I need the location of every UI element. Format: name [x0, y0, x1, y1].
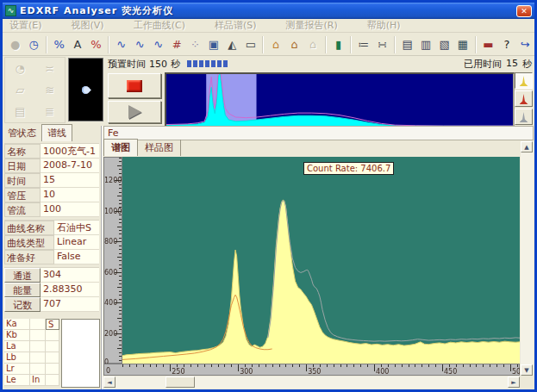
horizontal-scrollbar[interactable]: ◄ ►	[103, 376, 520, 389]
table-row[interactable]: LeIn	[4, 375, 59, 386]
acquisition-status: 预置时间 150 秒 已用时间 15 秒	[108, 57, 532, 71]
save-spectrum-button[interactable]: ∿	[149, 35, 167, 54]
left-panel: 管状态谱线 名称1000充气-1日期2008-7-10时间15管压10管流100…	[3, 126, 103, 389]
stop-button[interactable]	[108, 73, 161, 98]
toolbar-separator	[108, 36, 109, 53]
gain-adjust-button[interactable]: %	[87, 35, 105, 54]
home-delete-button[interactable]: ⌂	[285, 35, 303, 54]
smooth-button[interactable]: ⁘	[186, 35, 204, 54]
property-value[interactable]: 15	[41, 173, 99, 188]
spectrum-canvas[interactable]	[122, 157, 520, 364]
element-cell[interactable]	[46, 330, 59, 341]
chart-area: Fe 谱图样品图 Count Rate: 7406.7 ▲ ▼ ◄ ►	[103, 126, 534, 389]
element-cell[interactable]	[30, 319, 46, 330]
help-book-icon: ▬	[483, 39, 493, 50]
table-row[interactable]: Lb	[4, 352, 59, 364]
print-preview-button[interactable]: ▧	[435, 35, 453, 54]
device-monitor-button[interactable]: ▮	[329, 35, 347, 54]
table-row[interactable]: Lr	[4, 364, 59, 375]
spectrum-plot[interactable]: Count Rate: 7406.7	[122, 157, 520, 364]
scroll-left-button[interactable]: ◄	[103, 376, 116, 388]
property-value[interactable]: 2.88350	[41, 283, 99, 297]
sample-indicator	[68, 58, 103, 121]
app-icon: ∿	[5, 5, 16, 16]
sequence-list-icon: ≔	[358, 39, 369, 50]
element-cell[interactable]: In	[30, 375, 46, 386]
scroll-up-button[interactable]: ▲	[521, 141, 533, 152]
menu-item[interactable]: 工作曲线(C)	[134, 19, 185, 32]
left-tab[interactable]: 谱线	[41, 124, 72, 141]
scale-gray-peak-button[interactable]	[515, 109, 533, 125]
delete-spectrum-button[interactable]: ∿	[131, 35, 149, 54]
table-row[interactable]: La	[4, 341, 59, 352]
parameter-list-button[interactable]: ∺	[373, 35, 391, 54]
sequence-list-button[interactable]: ≔	[354, 35, 372, 54]
calculator-button[interactable]: ▦	[453, 35, 471, 54]
property-value[interactable]: 石油中S	[54, 221, 99, 235]
active-element-field[interactable]: Fe	[103, 126, 534, 140]
close-button[interactable]: ✕	[516, 5, 532, 17]
rename-button[interactable]: ▭	[241, 35, 259, 54]
start-button[interactable]	[108, 101, 161, 123]
menu-item[interactable]: 视图(V)	[72, 19, 104, 32]
property-value[interactable]: False	[54, 250, 99, 264]
scale-yellow-peak-button[interactable]	[515, 72, 533, 89]
home-new-button[interactable]: ⌂	[266, 35, 284, 54]
element-cell[interactable]	[46, 364, 59, 375]
element-listbox[interactable]	[61, 319, 100, 388]
table-row[interactable]: KaS	[4, 319, 59, 330]
print-icon: ▤	[403, 39, 413, 50]
element-cell[interactable]	[46, 375, 59, 386]
element-cell[interactable]	[30, 341, 46, 352]
element-cell[interactable]	[30, 364, 46, 375]
exit-button[interactable]: ↪	[516, 35, 534, 54]
property-value[interactable]: 1000充气-1	[41, 144, 99, 159]
property-value[interactable]: 707	[41, 297, 99, 312]
auto-adjust-button[interactable]: A	[68, 35, 86, 54]
menu-item[interactable]: 测量报告(R)	[286, 19, 338, 32]
preset-time-unit: 秒	[171, 58, 180, 71]
property-label[interactable]: 能量	[4, 283, 41, 297]
mirror-peak-button[interactable]: ◭	[223, 35, 241, 54]
property-label[interactable]: 记数	[4, 297, 41, 312]
table-row[interactable]: Kb	[4, 330, 59, 341]
property-label[interactable]: 通道	[4, 268, 41, 283]
chart-tab[interactable]: 样品图	[138, 140, 181, 156]
help-book-button[interactable]: ▬	[479, 35, 497, 54]
title-bar[interactable]: ∿ EDXRF Analyser 荧光分析仪 ✕	[3, 3, 534, 19]
menu-item[interactable]: 帮助(H)	[367, 19, 401, 32]
property-row: 管流100	[4, 202, 99, 217]
property-value[interactable]: 100	[41, 202, 99, 217]
gain-percent-button[interactable]: %	[50, 35, 68, 54]
element-cell[interactable]	[46, 341, 59, 352]
element-cell[interactable]	[30, 352, 46, 364]
image-button[interactable]: ▣	[204, 35, 222, 54]
tube-status-icon: ≍	[41, 60, 59, 78]
print-setup-button[interactable]: ▥	[416, 35, 434, 54]
scrollbar-thumb[interactable]	[165, 376, 195, 388]
menu-item[interactable]: 样品谱(S)	[215, 19, 257, 32]
progress-segment	[199, 60, 203, 67]
preset-time-button[interactable]: ◷	[24, 35, 42, 54]
calibrate-grid-button[interactable]: #	[167, 35, 185, 54]
property-value[interactable]: 10	[41, 188, 99, 202]
vertical-scrollbar[interactable]: ▲ ▼	[521, 141, 534, 376]
element-cell[interactable]: S	[46, 319, 59, 330]
element-cell[interactable]	[30, 330, 46, 341]
element-cell[interactable]	[46, 352, 59, 364]
scroll-down-button[interactable]: ▼	[521, 364, 533, 376]
context-help-button[interactable]: ?	[497, 35, 515, 54]
toolbar-separator	[46, 36, 47, 53]
new-spectrum-button[interactable]: ∿	[112, 35, 130, 54]
chart-tab[interactable]: 谱图	[103, 139, 138, 156]
property-value[interactable]: 304	[41, 268, 99, 283]
property-value[interactable]: Linear	[54, 235, 99, 250]
menu-item[interactable]: 设置(E)	[9, 19, 42, 32]
left-tab[interactable]: 管状态	[3, 125, 41, 141]
scroll-right-button[interactable]: ►	[508, 376, 520, 388]
property-value[interactable]: 2008-7-10	[41, 159, 99, 173]
print-button[interactable]: ▤	[398, 35, 416, 54]
property-label: 准备好	[4, 250, 54, 264]
scale-red-peak-button[interactable]	[515, 90, 533, 107]
filter-icon: ≋	[41, 82, 59, 99]
